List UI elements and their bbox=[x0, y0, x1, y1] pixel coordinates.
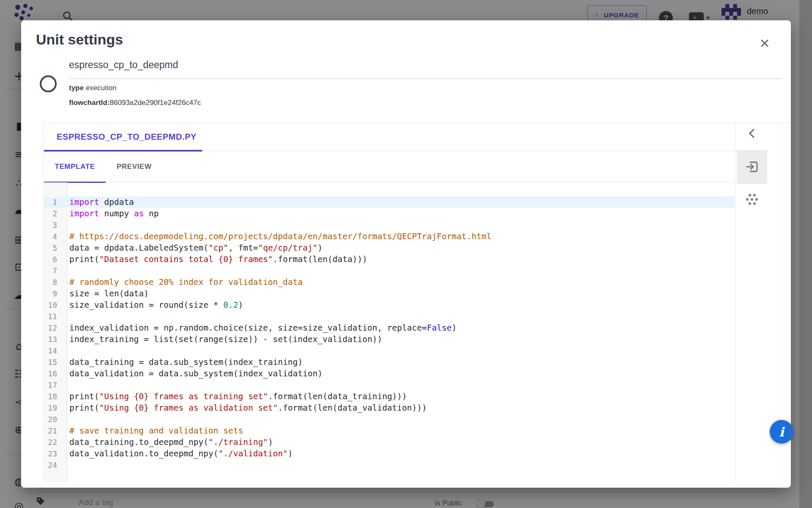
line-number: 9 bbox=[44, 288, 62, 299]
unit-status-circle-icon bbox=[40, 75, 57, 92]
line-number: 14 bbox=[44, 345, 62, 356]
dialog-title: Unit settings bbox=[36, 31, 123, 48]
line-number: 2 bbox=[44, 208, 62, 219]
code-line[interactable]: 19print("Using {0} frames as validation … bbox=[44, 402, 735, 414]
line-number: 17 bbox=[44, 379, 62, 391]
code-text[interactable] bbox=[62, 265, 69, 276]
code-line[interactable]: 23data_validation.to_deepmd_npy("./valid… bbox=[44, 448, 735, 459]
code-line[interactable]: 11 bbox=[44, 311, 735, 322]
code-line[interactable]: 15data_training = data.sub_system(index_… bbox=[44, 356, 735, 368]
code-line[interactable]: 12index_validation = np.random.choice(si… bbox=[44, 322, 735, 334]
atoms-dots-icon[interactable] bbox=[745, 192, 759, 207]
unit-flowchart-row: flowchartId:86093a2de290f1e24f26c47c bbox=[69, 99, 201, 107]
code-text[interactable]: index_training = list(set(range(size)) -… bbox=[62, 334, 382, 345]
file-tab[interactable]: ESPRESSO_CP_TO_DEEPMD.PY bbox=[57, 123, 197, 151]
template-preview-tabs: TEMPLATE PREVIEW bbox=[44, 151, 735, 182]
unit-type-row: type execution bbox=[69, 84, 116, 92]
code-line[interactable]: 21# save training and validation sets bbox=[44, 425, 735, 436]
info-icon: i bbox=[779, 425, 784, 439]
line-number: 13 bbox=[44, 334, 62, 345]
flowchart-id-value: 86093a2de290f1e24f26c47c bbox=[110, 99, 201, 107]
unit-name: espresso_cp_to_deepmd bbox=[69, 59, 178, 71]
code-line[interactable]: 3 bbox=[44, 219, 735, 231]
code-line[interactable]: 24 bbox=[44, 459, 735, 471]
close-icon[interactable]: ✕ bbox=[756, 35, 774, 52]
line-number: 15 bbox=[44, 356, 62, 368]
dotted-divider bbox=[69, 78, 782, 79]
line-number: 21 bbox=[44, 425, 62, 436]
code-line[interactable]: 16data_validation = data.sub_system(inde… bbox=[44, 368, 735, 379]
unit-settings-dialog: Unit settings ✕ espresso_cp_to_deepmd ty… bbox=[21, 20, 791, 488]
code-text[interactable] bbox=[62, 311, 69, 322]
code-line[interactable]: 18print("Using {0} frames as training se… bbox=[44, 391, 735, 402]
code-text[interactable] bbox=[62, 379, 69, 391]
code-text[interactable]: import dpdata bbox=[62, 196, 134, 208]
line-number: 3 bbox=[44, 219, 62, 231]
line-number: 24 bbox=[44, 459, 62, 471]
code-text[interactable] bbox=[62, 219, 69, 231]
line-number: 1 bbox=[44, 196, 62, 208]
line-number: 8 bbox=[44, 276, 62, 288]
line-number: 6 bbox=[44, 254, 62, 265]
code-text[interactable]: print("Using {0} frames as validation se… bbox=[62, 402, 427, 414]
code-editor[interactable]: 1import dpdata2import numpy as np34# htt… bbox=[44, 182, 735, 482]
collapse-chevron-icon[interactable] bbox=[745, 127, 759, 140]
code-text[interactable]: # randomly choose 20% index for validati… bbox=[62, 276, 303, 288]
code-lines: 1import dpdata2import numpy as np34# htt… bbox=[44, 196, 735, 471]
code-line[interactable]: 13index_training = list(set(range(size))… bbox=[44, 334, 735, 345]
line-number: 23 bbox=[44, 448, 62, 459]
code-text[interactable]: data_training.to_deepmd_npy("./training"… bbox=[62, 436, 273, 448]
code-text[interactable] bbox=[62, 414, 69, 425]
unit-type-label: type bbox=[69, 84, 84, 92]
template-editor-tool-selected[interactable] bbox=[737, 150, 767, 184]
code-line[interactable]: 5data = dpdata.LabeledSystem("cp", fmt="… bbox=[44, 242, 735, 254]
code-text[interactable]: data_validation = data.sub_system(index_… bbox=[62, 368, 323, 379]
code-text[interactable]: data_training = data.sub_system(index_tr… bbox=[62, 356, 303, 368]
code-line[interactable]: 20 bbox=[44, 414, 735, 425]
line-number: 18 bbox=[44, 391, 62, 402]
code-text[interactable]: data = dpdata.LabeledSystem("cp", fmt="q… bbox=[62, 242, 323, 254]
code-line[interactable]: 2import numpy as np bbox=[44, 208, 735, 219]
flowchart-id-label: flowchartId: bbox=[69, 99, 110, 107]
code-line[interactable]: 8# randomly choose 20% index for validat… bbox=[44, 276, 735, 288]
code-line[interactable]: 1import dpdata bbox=[44, 196, 735, 208]
code-text[interactable]: # save training and validation sets bbox=[62, 425, 243, 436]
editor-main: ESPRESSO_CP_TO_DEEPMD.PY TEMPLATE PREVIE… bbox=[44, 123, 735, 482]
code-line[interactable]: 7 bbox=[44, 265, 735, 276]
code-text[interactable]: # https://docs.deepmodeling.com/projects… bbox=[62, 231, 491, 242]
code-text[interactable]: print("Using {0} frames as training set"… bbox=[62, 391, 407, 402]
code-line[interactable]: 17 bbox=[44, 379, 735, 391]
enter-box-icon bbox=[745, 160, 759, 174]
code-text[interactable]: index_validation = np.random.choice(size… bbox=[62, 322, 457, 334]
file-tab-bar: ESPRESSO_CP_TO_DEEPMD.PY bbox=[44, 123, 735, 151]
line-number: 22 bbox=[44, 436, 62, 448]
unit-type-value: execution bbox=[86, 84, 117, 92]
line-number: 19 bbox=[44, 402, 62, 414]
line-number: 12 bbox=[44, 322, 62, 334]
code-line[interactable]: 4# https://docs.deepmodeling.com/project… bbox=[44, 231, 735, 242]
code-line[interactable]: 6print("Dataset contains total {0} frame… bbox=[44, 254, 735, 265]
code-text[interactable]: size = len(data) bbox=[62, 288, 149, 299]
code-line[interactable]: 14 bbox=[44, 345, 735, 356]
code-text[interactable]: size_validation = round(size * 0.2) bbox=[62, 299, 243, 311]
tab-preview[interactable]: PREVIEW bbox=[106, 151, 162, 182]
code-text[interactable] bbox=[62, 345, 69, 356]
code-text[interactable]: import numpy as np bbox=[62, 208, 159, 219]
line-number: 16 bbox=[44, 368, 62, 379]
code-line[interactable]: 10size_validation = round(size * 0.2) bbox=[44, 299, 735, 311]
info-button[interactable]: i bbox=[770, 420, 793, 444]
tab-template[interactable]: TEMPLATE bbox=[44, 151, 106, 182]
line-number: 10 bbox=[44, 299, 62, 311]
code-line[interactable]: 9size = len(data) bbox=[44, 288, 735, 299]
line-number: 11 bbox=[44, 311, 62, 322]
line-number: 4 bbox=[44, 231, 62, 242]
code-text[interactable] bbox=[62, 459, 69, 471]
code-text[interactable]: print("Dataset contains total {0} frames… bbox=[62, 254, 367, 265]
line-number: 7 bbox=[44, 265, 62, 276]
line-number: 5 bbox=[44, 242, 62, 254]
unit-editor-panel: ESPRESSO_CP_TO_DEEPMD.PY TEMPLATE PREVIE… bbox=[44, 123, 791, 482]
line-number: 20 bbox=[44, 414, 62, 425]
code-line[interactable]: 22data_training.to_deepmd_npy("./trainin… bbox=[44, 436, 735, 448]
code-text[interactable]: data_validation.to_deepmd_npy("./validat… bbox=[62, 448, 293, 459]
